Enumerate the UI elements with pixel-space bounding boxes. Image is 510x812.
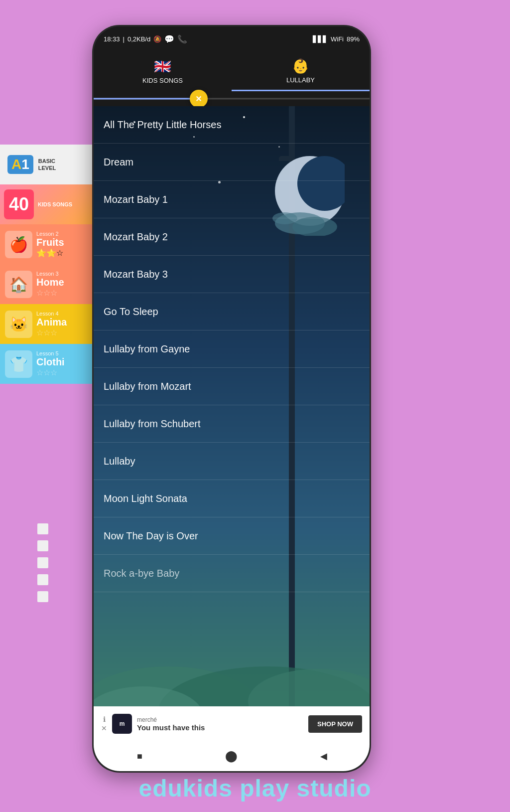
kids-songs-tab-icon: 🇬🇧 bbox=[154, 58, 171, 75]
status-right: ▋▋▋ WiFi 89% bbox=[313, 35, 360, 43]
kids-songs-tab-label: KIDS SONGS bbox=[142, 77, 183, 84]
back-icon: ◀ bbox=[320, 751, 327, 762]
song-item-10[interactable]: Lullaby bbox=[94, 443, 370, 480]
song-title-3: Mozart Baby 1 bbox=[104, 194, 168, 205]
song-title-1: All The Pretty Little Horses bbox=[104, 119, 221, 131]
brand-text: edukids play studio bbox=[0, 775, 510, 802]
lesson-3-card[interactable]: 🏠 Lesson 3 Home ☆☆☆ bbox=[0, 264, 92, 304]
phone-screen: 18:33 | 0,2KB/d 🔕 💬 📞 ▋▋▋ WiFi 89% bbox=[94, 26, 370, 771]
song-title-12: Now The Day is Over bbox=[104, 530, 198, 542]
msg-icon: 💬 bbox=[164, 34, 174, 44]
phone-icon: 📞 bbox=[177, 34, 187, 44]
lullaby-tab-label: LULLABY bbox=[286, 76, 315, 84]
lesson-5-stars: ☆☆☆ bbox=[36, 368, 65, 377]
lesson-2-name: Fruits bbox=[36, 237, 64, 248]
slider-bar: ✕ bbox=[94, 91, 370, 106]
stop-icon: ■ bbox=[137, 751, 142, 762]
ad-controls: ℹ ✕ bbox=[101, 715, 107, 732]
lesson-5-name: Clothi bbox=[36, 356, 65, 368]
data-display: | bbox=[123, 35, 125, 43]
ad-banner: ℹ ✕ m merché You must have this SHOP NOW bbox=[94, 706, 370, 741]
lesson-3-stars: ☆☆☆ bbox=[36, 288, 64, 298]
a1-badge: A1 bbox=[7, 155, 33, 174]
dot-5 bbox=[37, 591, 48, 602]
ad-tagline: You must have this bbox=[137, 723, 303, 732]
song-item-3[interactable]: Mozart Baby 1 bbox=[94, 181, 370, 218]
dot-indicators bbox=[37, 523, 48, 602]
song-title-7: Lullaby from Gayne bbox=[104, 343, 190, 355]
song-list: All The Pretty Little Horses Dream Mozar… bbox=[94, 106, 370, 706]
battery-display: 89% bbox=[347, 35, 360, 43]
sidebar: A1 BASIC LEVEL 40 KIDS SONGS 🍎 Lesson 2 … bbox=[0, 145, 92, 384]
song-item-6[interactable]: Go To Sleep bbox=[94, 293, 370, 330]
slider-fill bbox=[94, 98, 204, 100]
lesson-2-stars: ⭐⭐☆ bbox=[36, 248, 64, 258]
home-icon: ⬤ bbox=[225, 750, 238, 763]
song-item-4[interactable]: Mozart Baby 2 bbox=[94, 218, 370, 256]
stop-button[interactable]: ■ bbox=[132, 749, 147, 764]
tab-bar: 🇬🇧 KIDS SONGS 👶 LULLABY bbox=[94, 51, 370, 91]
data-speed: 0,2KB/d bbox=[128, 35, 150, 43]
song-item-13[interactable]: Rock a-bye Baby bbox=[94, 555, 370, 592]
home-icon: 🏠 bbox=[5, 271, 32, 298]
ad-info-icon: ℹ bbox=[103, 715, 106, 723]
lesson-2-num: Lesson 2 bbox=[36, 231, 64, 237]
dot-2 bbox=[37, 540, 48, 551]
basic-level-text: BASIC LEVEL bbox=[38, 158, 56, 172]
song-title-11: Moon Light Sonata bbox=[104, 493, 187, 504]
status-bar: 18:33 | 0,2KB/d 🔕 💬 📞 ▋▋▋ WiFi 89% bbox=[94, 26, 370, 51]
lesson-3-name: Home bbox=[36, 277, 64, 288]
song-item-5[interactable]: Mozart Baby 3 bbox=[94, 256, 370, 293]
song-item-9[interactable]: Lullaby from Schubert bbox=[94, 405, 370, 443]
ad-text-area: merché You must have this bbox=[137, 716, 303, 732]
song-title-5: Mozart Baby 3 bbox=[104, 269, 168, 280]
song-item-8[interactable]: Lullaby from Mozart bbox=[94, 368, 370, 405]
lesson-4-name: Anima bbox=[36, 317, 67, 328]
status-left: 18:33 | 0,2KB/d 🔕 💬 📞 bbox=[104, 34, 187, 44]
tab-kids-songs[interactable]: 🇬🇧 KIDS SONGS bbox=[94, 51, 232, 91]
dot-3 bbox=[37, 557, 48, 568]
lullaby-tab-icon: 👶 bbox=[292, 58, 309, 74]
clothing-icon: 👕 bbox=[5, 350, 32, 378]
song-title-10: Lullaby bbox=[104, 456, 135, 467]
lesson-2-card[interactable]: 🍎 Lesson 2 Fruits ⭐⭐☆ bbox=[0, 224, 92, 264]
lesson-3-num: Lesson 3 bbox=[36, 271, 64, 277]
one-number: 1 bbox=[21, 157, 29, 172]
forty-badge: 40 bbox=[4, 189, 34, 219]
fruits-icon: 🍎 bbox=[5, 231, 32, 258]
ad-logo: m bbox=[112, 714, 132, 734]
bottom-nav: ■ ⬤ ◀ bbox=[94, 741, 370, 771]
song-title-8: Lullaby from Mozart bbox=[104, 381, 191, 392]
lesson-4-stars: ☆☆☆ bbox=[36, 328, 67, 337]
sidebar-top-card: A1 BASIC LEVEL bbox=[0, 145, 92, 184]
ad-brand: merché bbox=[137, 716, 303, 723]
song-item-2[interactable]: Dream bbox=[94, 144, 370, 181]
songs-container: All The Pretty Little Horses Dream Mozar… bbox=[94, 106, 370, 706]
lesson-4-card[interactable]: 🐱 Lesson 4 Anima ☆☆☆ bbox=[0, 304, 92, 344]
back-button[interactable]: ◀ bbox=[316, 749, 331, 764]
lesson-5-num: Lesson 5 bbox=[36, 350, 65, 356]
lesson-4-num: Lesson 4 bbox=[36, 311, 67, 317]
time-display: 18:33 bbox=[104, 35, 120, 43]
slider-close-button[interactable]: ✕ bbox=[190, 90, 208, 108]
alarm-icon: 🔕 bbox=[153, 35, 161, 43]
phone-frame: 18:33 | 0,2KB/d 🔕 💬 📞 ▋▋▋ WiFi 89% bbox=[92, 25, 371, 773]
kids-songs-card: 40 KIDS SONGS bbox=[0, 184, 92, 224]
song-title-4: Mozart Baby 2 bbox=[104, 231, 168, 243]
home-button[interactable]: ⬤ bbox=[224, 749, 239, 764]
wifi-icon: WiFi bbox=[331, 35, 344, 43]
song-title-13: Rock a-bye Baby bbox=[104, 568, 179, 579]
song-item-1[interactable]: All The Pretty Little Horses bbox=[94, 106, 370, 144]
dot-1 bbox=[37, 523, 48, 534]
signal-icon: ▋▋▋ bbox=[313, 35, 328, 43]
close-icon: ✕ bbox=[195, 94, 202, 104]
song-item-12[interactable]: Now The Day is Over bbox=[94, 517, 370, 555]
song-item-7[interactable]: Lullaby from Gayne bbox=[94, 330, 370, 368]
song-title-2: Dream bbox=[104, 157, 133, 168]
tab-lullaby[interactable]: 👶 LULLABY bbox=[232, 51, 370, 91]
lesson-5-card[interactable]: 👕 Lesson 5 Clothi ☆☆☆ bbox=[0, 344, 92, 384]
song-title-6: Go To Sleep bbox=[104, 306, 158, 318]
song-item-11[interactable]: Moon Light Sonata bbox=[94, 480, 370, 517]
ad-close-icon[interactable]: ✕ bbox=[101, 724, 107, 732]
shop-now-button[interactable]: SHOP NOW bbox=[308, 715, 362, 733]
